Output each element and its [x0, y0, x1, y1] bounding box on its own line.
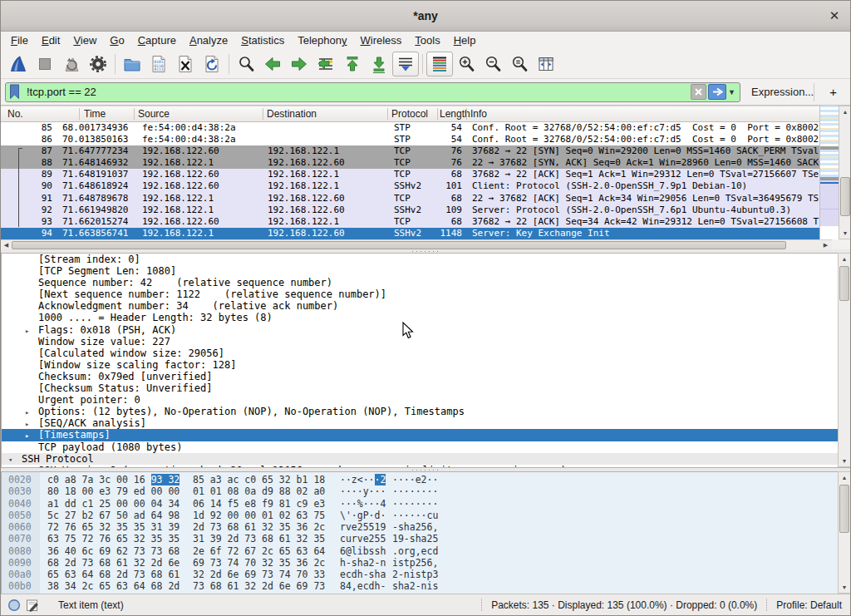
detail-line[interactable]: Checksum: 0x79ed [unverified] — [2, 371, 838, 382]
intelligent-scrollbar-map[interactable] — [819, 106, 839, 239]
zoom-in-button[interactable] — [453, 52, 480, 76]
apply-filter-button[interactable] — [708, 84, 726, 100]
detail-line[interactable]: TCP payload (1080 bytes) — [2, 441, 838, 453]
column-header-protocol[interactable]: Protocol — [391, 108, 428, 120]
menu-telephony[interactable]: Telephony — [291, 32, 353, 48]
packet-list-header[interactable]: No.TimeSourceDestinationProtocolLengthIn… — [1, 106, 819, 122]
hex-dump-pane[interactable]: 0020c0 a8 7a 3c 00 16 93 3285 a3 ac c0 6… — [1, 471, 851, 594]
column-header-info[interactable]: Info — [470, 108, 487, 120]
column-separator[interactable] — [387, 108, 388, 120]
packet-row-88[interactable]: 8871.648146932192.168.122.1192.168.122.6… — [1, 157, 819, 169]
menu-view[interactable]: View — [66, 32, 103, 48]
zoom-out-button[interactable] — [480, 52, 506, 76]
menu-analyze[interactable]: Analyze — [183, 32, 234, 48]
menu-go[interactable]: Go — [103, 32, 130, 48]
menu-tools[interactable]: Tools — [408, 32, 446, 48]
menu-file[interactable]: File — [4, 32, 35, 48]
menu-wireless[interactable]: Wireless — [354, 32, 409, 48]
collapsed-arrow-icon[interactable]: ▸ — [25, 418, 29, 430]
packet-list[interactable]: 8568.001734936fe:54:00:d4:38:2aSTP54Conf… — [1, 122, 819, 239]
packet-row-90[interactable]: 9071.648618924192.168.122.60192.168.122.… — [1, 180, 819, 192]
save-file-button[interactable]: 010101100113 — [145, 52, 172, 76]
reload-file-button[interactable] — [199, 52, 225, 76]
packet-row-94[interactable]: 9471.663856741192.168.122.1192.168.122.6… — [1, 228, 819, 239]
display-filter-input[interactable]: !tcp.port == 22 ▼ — [5, 82, 740, 102]
hex-vscrollbar[interactable]: ▲ ▼ — [838, 471, 851, 594]
menu-help[interactable]: Help — [447, 32, 483, 48]
detail-line[interactable]: ▾SSH Protocol — [2, 453, 838, 465]
titlebar[interactable]: *any ✕ — [1, 1, 850, 32]
scrollbar-thumb[interactable] — [12, 241, 786, 249]
menu-capture[interactable]: Capture — [131, 32, 183, 48]
go-back-button[interactable] — [259, 52, 286, 76]
column-separator[interactable] — [437, 108, 438, 120]
packet-row-85[interactable]: 8568.001734936fe:54:00:d4:38:2aSTP54Conf… — [1, 122, 819, 134]
scroll-up-icon[interactable]: ▲ — [839, 472, 850, 483]
column-separator[interactable] — [79, 108, 80, 120]
resize-columns-button[interactable] — [533, 52, 559, 76]
packet-details-pane[interactable]: [Stream index: 0][TCP Segment Len: 1080]… — [1, 253, 851, 468]
restart-capture-button[interactable] — [58, 52, 85, 76]
clear-filter-button[interactable] — [691, 84, 706, 100]
collapsed-arrow-icon[interactable]: ▸ — [25, 325, 29, 337]
hex-row-0090[interactable]: 009068 2d 73 68 61 32 2d 6e69 73 74 70 3… — [2, 557, 851, 569]
expert-info-icon[interactable] — [7, 599, 21, 612]
detail-line[interactable]: [Window size scaling factor: 128] — [2, 359, 838, 371]
scrollbar-thumb[interactable] — [840, 177, 850, 216]
go-to-packet-button[interactable] — [312, 52, 339, 76]
collapsed-arrow-icon[interactable]: ▸ — [25, 430, 29, 441]
colorize-toggle[interactable] — [426, 52, 453, 76]
hex-row-0050[interactable]: 00505c 27 b2 67 50 ad 64 981d 92 00 00 0… — [2, 510, 851, 521]
hex-row-0020[interactable]: 0020c0 a8 7a 3c 00 16 93 3285 a3 ac c0 6… — [2, 474, 851, 485]
hex-row-0040[interactable]: 0040a1 dd c1 25 00 00 04 3406 14 f5 e8 f… — [2, 498, 851, 510]
status-profile[interactable]: Profile: Default — [776, 599, 842, 611]
packet-row-89[interactable]: 8971.648191037192.168.122.60192.168.122.… — [1, 169, 819, 180]
detail-line[interactable]: Window size value: 227 — [2, 336, 838, 347]
find-packet-button[interactable] — [233, 52, 259, 76]
expression-button[interactable]: Expression... — [751, 86, 814, 98]
packet-row-87[interactable]: 8771.647777234192.168.122.60192.168.122.… — [1, 145, 819, 157]
scroll-down-icon[interactable]: ▼ — [839, 228, 851, 239]
detail-line[interactable]: [Stream index: 0] — [2, 254, 838, 265]
collapsed-arrow-icon[interactable]: ▸ — [25, 407, 29, 418]
detail-line[interactable]: [TCP Segment Len: 1080] — [2, 265, 838, 277]
details-vscrollbar[interactable]: ▲ ▼ — [838, 253, 851, 467]
scrollbar-thumb[interactable] — [839, 266, 849, 301]
column-header-source[interactable]: Source — [138, 108, 170, 120]
bookmark-icon[interactable] — [8, 84, 21, 100]
packet-row-86[interactable]: 8670.013850163fe:54:00:d4:38:2aSTP54Conf… — [1, 134, 819, 145]
hex-row-00b0[interactable]: 00b038 34 2c 65 63 64 68 2d73 68 61 32 2… — [2, 580, 851, 592]
stop-capture-button[interactable] — [32, 52, 58, 76]
hex-row-0070[interactable]: 007063 75 72 76 65 32 35 3531 39 2d 73 6… — [2, 533, 851, 545]
start-capture-button[interactable] — [5, 52, 32, 76]
expanded-arrow-icon[interactable]: ▾ — [8, 454, 12, 466]
go-last-packet-button[interactable] — [366, 52, 392, 76]
detail-line[interactable]: ▸[SEQ/ACK analysis] — [2, 417, 838, 429]
scroll-up-icon[interactable]: ▲ — [839, 106, 851, 117]
packet-row-92[interactable]: 9271.661949820192.168.122.1192.168.122.6… — [1, 205, 819, 216]
detail-line[interactable]: ▸Flags: 0x018 (PSH, ACK) — [2, 324, 838, 336]
hex-row-0030[interactable]: 003080 18 00 e3 79 ed 00 0001 01 08 0a d… — [2, 485, 851, 497]
window-close-icon[interactable]: ✕ — [826, 7, 843, 24]
detail-line[interactable]: ▸Options: (12 bytes), No-Operation (NOP)… — [2, 406, 838, 417]
hex-row-0080[interactable]: 008036 40 6c 69 62 73 73 682e 6f 72 67 2… — [2, 545, 851, 557]
packet-row-91[interactable]: 9171.648789678192.168.122.1192.168.122.6… — [1, 193, 819, 205]
column-header-destination[interactable]: Destination — [267, 108, 317, 120]
detail-line[interactable]: ▸[Timestamps] — [2, 429, 838, 441]
scroll-down-icon[interactable]: ▼ — [839, 456, 850, 466]
detail-line[interactable]: Urgent pointer: 0 — [2, 394, 838, 406]
detail-line[interactable]: [Checksum Status: Unverified] — [2, 382, 838, 394]
open-file-button[interactable] — [119, 52, 145, 76]
add-filter-button[interactable]: + — [823, 85, 844, 99]
detail-line[interactable]: [Next sequence number: 1122 (relative se… — [2, 288, 838, 300]
column-separator[interactable] — [466, 108, 467, 120]
detail-line[interactable]: [Calculated window size: 29056] — [2, 347, 838, 359]
detail-line[interactable]: 1000 .... = Header Length: 32 bytes (8) — [2, 312, 838, 323]
scrollbar-thumb[interactable] — [839, 485, 849, 533]
scroll-down-icon[interactable]: ▼ — [839, 582, 850, 593]
zoom-reset-button[interactable] — [506, 52, 533, 76]
capture-options-button[interactable] — [85, 52, 111, 76]
menu-edit[interactable]: Edit — [35, 32, 66, 48]
column-header-time[interactable]: Time — [84, 108, 106, 120]
column-header-no[interactable]: No. — [7, 108, 23, 120]
